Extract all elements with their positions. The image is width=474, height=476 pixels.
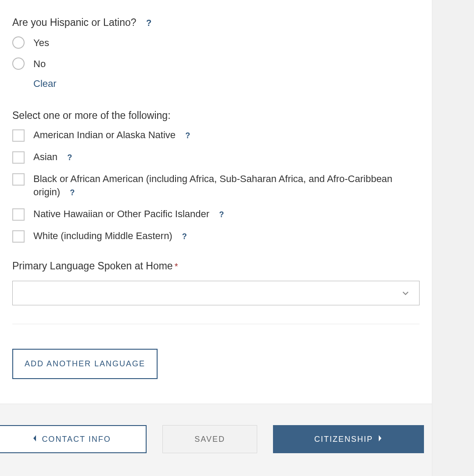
- footer-nav: CONTACT INFO SAVED CITIZENSHIP: [0, 404, 432, 476]
- race-options: American Indian or Alaska Native ? Asian…: [12, 129, 420, 242]
- label-white: White (including Middle Eastern) ?: [33, 229, 187, 243]
- saved-label: SAVED: [194, 435, 225, 444]
- language-select[interactable]: [12, 281, 420, 305]
- race-question: Select one or more of the following:: [12, 110, 420, 122]
- hispanic-question-text: Are you Hispanic or Latino?: [12, 17, 136, 28]
- checkbox-white[interactable]: [12, 230, 25, 243]
- help-icon[interactable]: ?: [185, 130, 190, 141]
- hispanic-options: Yes No Clear: [12, 36, 420, 89]
- back-label: CONTACT INFO: [42, 435, 111, 444]
- next-label: CITIZENSHIP: [314, 435, 373, 444]
- back-button[interactable]: CONTACT INFO: [0, 425, 147, 453]
- radio-yes-label: Yes: [33, 36, 49, 50]
- add-language-button[interactable]: ADD ANOTHER LANGUAGE: [12, 349, 158, 379]
- help-icon[interactable]: ?: [67, 152, 72, 163]
- help-icon[interactable]: ?: [219, 209, 224, 220]
- hispanic-question: Are you Hispanic or Latino? ?: [12, 17, 420, 29]
- checkbox-american-indian[interactable]: [12, 129, 25, 142]
- label-black: Black or African American (including Afr…: [33, 172, 402, 198]
- help-icon[interactable]: ?: [182, 231, 187, 242]
- label-native-hawaiian: Native Hawaiian or Other Pacific Islande…: [33, 208, 224, 221]
- page-gutter: [432, 0, 474, 476]
- clear-link[interactable]: Clear: [33, 78, 420, 89]
- label-asian: Asian ?: [33, 150, 72, 164]
- saved-indicator: SAVED: [162, 425, 257, 453]
- chevron-right-icon: [377, 435, 383, 444]
- checkbox-asian[interactable]: [12, 151, 25, 164]
- language-question: Primary Language Spoken at Home*: [12, 260, 420, 272]
- help-icon[interactable]: ?: [146, 18, 151, 28]
- required-indicator: *: [175, 261, 178, 271]
- help-icon[interactable]: ?: [70, 187, 75, 198]
- demographics-form: Are you Hispanic or Latino? ? Yes No Cle…: [0, 0, 432, 404]
- checkbox-native-hawaiian[interactable]: [12, 208, 25, 221]
- radio-no[interactable]: [12, 57, 25, 70]
- label-american-indian: American Indian or Alaska Native ?: [33, 129, 190, 142]
- next-button[interactable]: CITIZENSHIP: [273, 425, 424, 453]
- radio-no-label: No: [33, 57, 46, 71]
- radio-yes[interactable]: [12, 36, 25, 49]
- divider: [12, 324, 420, 324]
- checkbox-black[interactable]: [12, 173, 25, 186]
- chevron-left-icon: [32, 435, 37, 444]
